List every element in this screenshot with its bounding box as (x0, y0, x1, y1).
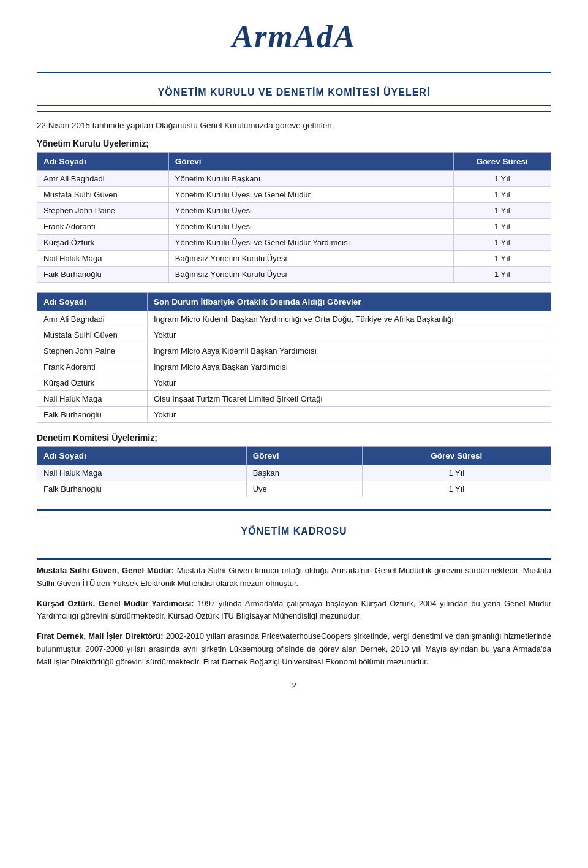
table-row: Amr Ali BaghdadiIngram Micro Kıdemli Baş… (37, 311, 551, 327)
logo-container: ArmAdA (37, 0, 551, 67)
bio-name-bold: Mustafa Sulhi Güven, Genel Müdür: (37, 566, 174, 575)
page-number: 2 (37, 681, 551, 690)
logo-text: ArmAdA (232, 19, 356, 54)
bio-paragraph: Mustafa Sulhi Güven, Genel Müdür: Mustaf… (37, 565, 551, 590)
denetim-table: Adı Soyadı Görevi Görev Süresi Nail Halu… (37, 446, 551, 497)
table-cell: Nail Haluk Maga (37, 391, 148, 407)
col-header-sure: Görev Süresi (453, 153, 551, 171)
table-cell: Kürşad Öztürk (37, 235, 169, 251)
bio-container: Mustafa Sulhi Güven, Genel Müdür: Mustaf… (37, 565, 551, 669)
bio-name-bold: Kürşad Öztürk, Genel Müdür Yardımcısı: (37, 599, 194, 608)
table-cell: Bağımsız Yönetim Kurulu Üyesi (168, 251, 453, 267)
table-cell: Yönetim Kurulu Üyesi (168, 203, 453, 219)
table-cell: Faik Burhanoğlu (37, 267, 169, 283)
table-cell: Yönetim Kurulu Üyesi (168, 219, 453, 235)
table-row: Mustafa Sulhi GüvenYönetim Kurulu Üyesi … (37, 187, 551, 203)
table-cell: Yoktur (148, 327, 551, 343)
yonetim-kurulu-table: Adı Soyadı Görevi Görev Süresi Amr Ali B… (37, 152, 551, 283)
table-row: Nail Haluk MagaBağımsız Yönetim Kurulu Ü… (37, 251, 551, 267)
table-cell: 1 Yıl (362, 481, 551, 497)
logo: ArmAdA (37, 18, 551, 55)
table-cell: Faik Burhanoğlu (37, 481, 247, 497)
history-table: Adı Soyadı Son Durum İtibariyle Ortaklık… (37, 292, 551, 423)
table-row: Faik BurhanoğluYoktur (37, 407, 551, 423)
denetim-col-sure: Görev Süresi (362, 447, 551, 465)
kadrosu-divider-thin (37, 546, 551, 546)
table-row: Nail Haluk MagaBaşkan1 Yıl (37, 465, 551, 481)
denetim-header-row: Adı Soyadı Görevi Görev Süresi (37, 447, 551, 465)
table-row: Amr Ali BaghdadiYönetim Kurulu Başkanı1 … (37, 171, 551, 187)
history-col-roles: Son Durum İtibariyle Ortaklık Dışında Al… (148, 293, 551, 311)
page-title: YÖNETİM KURULU VE DENETİM KOMİTESİ ÜYELE… (37, 81, 551, 103)
yonetim-table-header-row: Adı Soyadı Görevi Görev Süresi (37, 153, 551, 171)
table-cell: Yoktur (148, 375, 551, 391)
kadrosu-divider-thick (37, 558, 551, 560)
table-row: Stephen John PaineYönetim Kurulu Üyesi1 … (37, 203, 551, 219)
top-divider-thin (37, 78, 551, 78)
table-cell: Yönetim Kurulu Üyesi ve Genel Müdür (168, 187, 453, 203)
table-cell: Ingram Micro Asya Başkan Yardımcısı (148, 359, 551, 375)
table-cell: 1 Yıl (453, 235, 551, 251)
table-row: Kürşad ÖztürkYoktur (37, 375, 551, 391)
yonetim-kadrosu-title: YÖNETİM KADROSU (37, 519, 551, 543)
table-cell: 1 Yıl (453, 219, 551, 235)
table-cell: Frank Adoranti (37, 219, 169, 235)
table-cell: Frank Adoranti (37, 359, 148, 375)
table-cell: Nail Haluk Maga (37, 465, 247, 481)
table-cell: Stephen John Paine (37, 343, 148, 359)
table-cell: 1 Yıl (453, 203, 551, 219)
section-separator-top (37, 509, 551, 511)
table-cell: Ingram Micro Kıdemli Başkan Yardımcılığı… (148, 311, 551, 327)
history-header-row: Adı Soyadı Son Durum İtibariyle Ortaklık… (37, 293, 551, 311)
table-cell: Üye (246, 481, 362, 497)
yonetim-kurulu-heading: Yönetim Kurulu Üyelerimiz; (37, 139, 551, 148)
table-cell: 1 Yıl (453, 267, 551, 283)
table-cell: Yönetim Kurulu Üyesi ve Genel Müdür Yard… (168, 235, 453, 251)
bio-name-bold: Fırat Dernek, Mali İşler Direktörü: (37, 631, 164, 641)
title-divider-thin (37, 105, 551, 106)
table-row: Stephen John PaineIngram Micro Asya Kıde… (37, 343, 551, 359)
table-cell: Ingram Micro Asya Kıdemli Başkan Yardımc… (148, 343, 551, 359)
table-cell: 1 Yıl (453, 187, 551, 203)
table-cell: Yoktur (148, 407, 551, 423)
bio-paragraph: Fırat Dernek, Mali İşler Direktörü: 2002… (37, 630, 551, 668)
col-header-gorev: Görevi (168, 153, 453, 171)
table-row: Nail Haluk MagaOlsu İnşaat Turizm Ticare… (37, 391, 551, 407)
table-row: Faik BurhanoğluBağımsız Yönetim Kurulu Ü… (37, 267, 551, 283)
table-cell: Stephen John Paine (37, 203, 169, 219)
intro-text: 22 Nisan 2015 tarihinde yapılan Olağanüs… (37, 121, 551, 130)
table-cell: 1 Yıl (453, 251, 551, 267)
table-cell: Amr Ali Baghdadi (37, 311, 148, 327)
table-cell: Nail Haluk Maga (37, 251, 169, 267)
table-cell: Yönetim Kurulu Başkanı (168, 171, 453, 187)
table-cell: 1 Yıl (362, 465, 551, 481)
table-cell: Mustafa Sulhi Güven (37, 187, 169, 203)
table-cell: Mustafa Sulhi Güven (37, 327, 148, 343)
table-cell: Başkan (246, 465, 362, 481)
table-row: Faik BurhanoğluÜye1 Yıl (37, 481, 551, 497)
denetim-heading: Denetim Komitesi Üyelerimiz; (37, 433, 551, 443)
table-row: Mustafa Sulhi GüvenYoktur (37, 327, 551, 343)
table-row: Frank AdorantiYönetim Kurulu Üyesi1 Yıl (37, 219, 551, 235)
title-divider-thick (37, 111, 551, 112)
history-col-name: Adı Soyadı (37, 293, 148, 311)
table-cell: Bağımsız Yönetim Kurulu Üyesi (168, 267, 453, 283)
table-cell: Faik Burhanoğlu (37, 407, 148, 423)
denetim-col-gorev: Görevi (246, 447, 362, 465)
section-separator-thin (37, 516, 551, 516)
table-row: Frank AdorantiIngram Micro Asya Başkan Y… (37, 359, 551, 375)
table-cell: Olsu İnşaat Turizm Ticaret Limited Şirke… (148, 391, 551, 407)
table-cell: Kürşad Öztürk (37, 375, 148, 391)
table-cell: 1 Yıl (453, 171, 551, 187)
bio-paragraph: Kürşad Öztürk, Genel Müdür Yardımcısı: 1… (37, 598, 551, 623)
col-header-name: Adı Soyadı (37, 153, 169, 171)
table-row: Kürşad ÖztürkYönetim Kurulu Üyesi ve Gen… (37, 235, 551, 251)
denetim-col-name: Adı Soyadı (37, 447, 247, 465)
top-divider-thick (37, 72, 551, 73)
table-cell: Amr Ali Baghdadi (37, 171, 169, 187)
